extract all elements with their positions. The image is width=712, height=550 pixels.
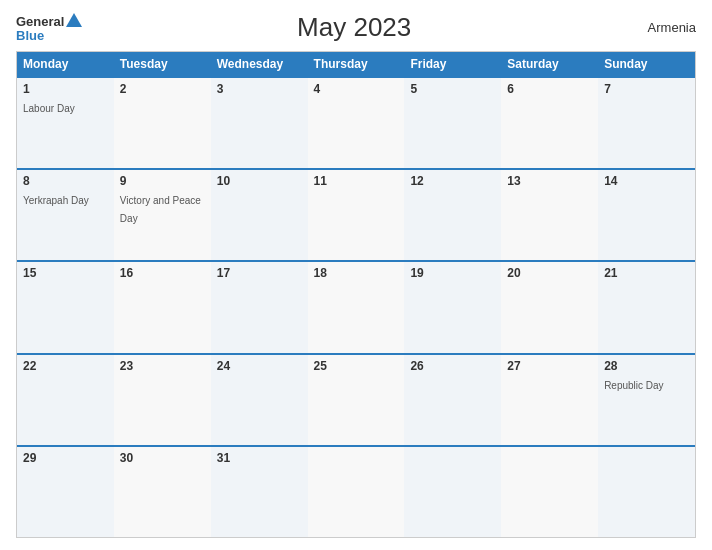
cell-number: 27	[507, 359, 592, 373]
cell-event: Republic Day	[604, 380, 663, 391]
day-header-thursday: Thursday	[308, 52, 405, 76]
page-title: May 2023	[82, 12, 626, 43]
cell-may-26: 26	[404, 355, 501, 445]
calendar: Monday Tuesday Wednesday Thursday Friday…	[16, 51, 696, 538]
cell-may-5: 5	[404, 78, 501, 168]
cell-may-25: 25	[308, 355, 405, 445]
calendar-row-4: 22 23 24 25 26 27 28 R	[17, 353, 695, 445]
cell-may-18: 18	[308, 262, 405, 352]
cell-number: 22	[23, 359, 108, 373]
cell-number: 12	[410, 174, 495, 188]
cell-empty-1	[308, 447, 405, 537]
logo-blue-text: Blue	[16, 29, 44, 42]
cell-number: 3	[217, 82, 302, 96]
cell-may-9: 9 Victory and Peace Day	[114, 170, 211, 260]
day-header-sunday: Sunday	[598, 52, 695, 76]
cell-may-24: 24	[211, 355, 308, 445]
cell-number: 4	[314, 82, 399, 96]
cell-may-11: 11	[308, 170, 405, 260]
cell-number: 28	[604, 359, 689, 373]
cell-may-23: 23	[114, 355, 211, 445]
calendar-row-3: 15 16 17 18 19 20 21	[17, 260, 695, 352]
calendar-row-1: 1 Labour Day 2 3 4 5	[17, 76, 695, 168]
cell-number: 5	[410, 82, 495, 96]
cell-number: 6	[507, 82, 592, 96]
cell-may-31: 31	[211, 447, 308, 537]
logo-triangle-icon	[66, 13, 82, 27]
day-header-monday: Monday	[17, 52, 114, 76]
cell-may-28: 28 Republic Day	[598, 355, 695, 445]
cell-may-21: 21	[598, 262, 695, 352]
cell-number: 1	[23, 82, 108, 96]
cell-may-2: 2	[114, 78, 211, 168]
cell-number: 9	[120, 174, 205, 188]
cell-may-15: 15	[17, 262, 114, 352]
cell-number: 29	[23, 451, 108, 465]
cell-may-20: 20	[501, 262, 598, 352]
cell-number: 24	[217, 359, 302, 373]
cell-may-29: 29	[17, 447, 114, 537]
cell-empty-4	[598, 447, 695, 537]
day-header-tuesday: Tuesday	[114, 52, 211, 76]
calendar-page: General Blue May 2023 Armenia Monday Tue…	[0, 0, 712, 550]
cell-number: 23	[120, 359, 205, 373]
day-header-friday: Friday	[404, 52, 501, 76]
cell-may-22: 22	[17, 355, 114, 445]
cell-number: 25	[314, 359, 399, 373]
cell-number: 31	[217, 451, 302, 465]
cell-may-1: 1 Labour Day	[17, 78, 114, 168]
day-headers: Monday Tuesday Wednesday Thursday Friday…	[17, 52, 695, 76]
cell-empty-2	[404, 447, 501, 537]
cell-number: 11	[314, 174, 399, 188]
cell-number: 17	[217, 266, 302, 280]
cell-number: 16	[120, 266, 205, 280]
cell-may-17: 17	[211, 262, 308, 352]
cell-number: 19	[410, 266, 495, 280]
cell-may-3: 3	[211, 78, 308, 168]
cell-may-13: 13	[501, 170, 598, 260]
cell-number: 15	[23, 266, 108, 280]
header: General Blue May 2023 Armenia	[16, 12, 696, 43]
cell-event: Labour Day	[23, 103, 75, 114]
cell-empty-3	[501, 447, 598, 537]
cell-may-19: 19	[404, 262, 501, 352]
cell-event: Yerkrapah Day	[23, 195, 89, 206]
cell-may-30: 30	[114, 447, 211, 537]
cell-number: 2	[120, 82, 205, 96]
cell-number: 21	[604, 266, 689, 280]
cell-number: 8	[23, 174, 108, 188]
cell-event: Victory and Peace Day	[120, 195, 201, 224]
cell-number: 7	[604, 82, 689, 96]
cell-number: 13	[507, 174, 592, 188]
cell-may-12: 12	[404, 170, 501, 260]
cell-may-16: 16	[114, 262, 211, 352]
cell-may-8: 8 Yerkrapah Day	[17, 170, 114, 260]
calendar-body: 1 Labour Day 2 3 4 5	[17, 76, 695, 537]
cell-may-14: 14	[598, 170, 695, 260]
cell-may-6: 6	[501, 78, 598, 168]
cell-number: 26	[410, 359, 495, 373]
cell-number: 14	[604, 174, 689, 188]
cell-may-7: 7	[598, 78, 695, 168]
cell-may-27: 27	[501, 355, 598, 445]
day-header-saturday: Saturday	[501, 52, 598, 76]
cell-number: 20	[507, 266, 592, 280]
calendar-row-2: 8 Yerkrapah Day 9 Victory and Peace Day …	[17, 168, 695, 260]
cell-number: 18	[314, 266, 399, 280]
day-header-wednesday: Wednesday	[211, 52, 308, 76]
logo-general-text: General	[16, 15, 64, 28]
cell-may-10: 10	[211, 170, 308, 260]
country-label: Armenia	[626, 20, 696, 35]
cell-number: 10	[217, 174, 302, 188]
calendar-row-5: 29 30 31	[17, 445, 695, 537]
cell-may-4: 4	[308, 78, 405, 168]
logo: General Blue	[16, 13, 82, 42]
cell-number: 30	[120, 451, 205, 465]
